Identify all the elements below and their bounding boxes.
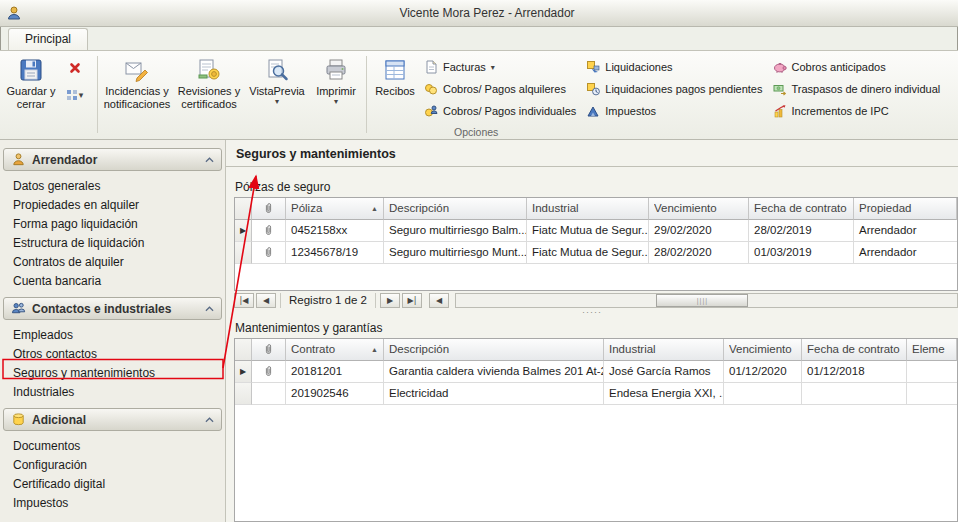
save-close-button[interactable]: Guardar y cerrar [4, 52, 58, 110]
table-row[interactable]: ▶ 0452158xx Seguro multirriesgo Balm... … [235, 220, 957, 242]
cell-poliza[interactable]: 12345678/19 [286, 242, 384, 264]
sidebar-item-estructura-de-liquidacion[interactable]: Estructura de liquidación [0, 234, 225, 253]
sidebar-item-impuestos[interactable]: Impuestos [0, 494, 225, 513]
cell-industrial[interactable]: Endesa Energia XXI, ... [604, 383, 724, 405]
scrollbar-thumb[interactable]: |||| [656, 294, 748, 307]
grid-empty-area [235, 264, 957, 290]
column-header-industrial[interactable]: Industrial [604, 339, 724, 361]
cell-poliza[interactable]: 0452158xx [286, 220, 384, 242]
imprimir-button[interactable]: Imprimir ▾ [309, 52, 363, 105]
nav-first-record-button[interactable]: |◀ [234, 293, 254, 308]
cell-descripcion[interactable]: Seguro multirriesgo Balm... [384, 220, 527, 242]
column-header-elemento[interactable]: Eleme [907, 339, 957, 361]
sidebar-item-forma-pago-liquidacion[interactable]: Forma pago liquidación [0, 215, 225, 234]
cell-descripcion[interactable]: Electricidad [384, 383, 604, 405]
incrementos-ipc-button[interactable]: Incrementos de IPC [773, 102, 941, 120]
cell-fecha-contrato[interactable]: 01/12/2018 [802, 361, 907, 383]
cell-industrial[interactable]: José García Ramos [604, 361, 724, 383]
cell-fecha-contrato[interactable]: 28/02/2019 [749, 220, 854, 242]
grid-splitter[interactable]: ····· [226, 309, 958, 318]
cell-industrial[interactable]: Fiatc Mutua de Segur... [527, 220, 649, 242]
revisiones-button[interactable]: Revisiones y certificados [173, 52, 245, 110]
nav-next-record-button[interactable]: ▶ [380, 293, 400, 308]
cell-contrato[interactable]: 201902546 [286, 383, 384, 405]
cobros-pagos-individuales-button[interactable]: Cobros/ Pagos individuales [424, 102, 576, 120]
grid-empty-area [235, 405, 957, 521]
cell-elemento[interactable] [907, 383, 957, 405]
delete-button[interactable] [60, 58, 90, 78]
grip-icon: |||| [697, 297, 708, 304]
attachment-cell[interactable] [252, 361, 286, 383]
cell-industrial[interactable]: Fiatc Mutua de Segur... [527, 242, 649, 264]
attachment-cell[interactable] [252, 220, 286, 242]
column-header-poliza[interactable]: Póliza▲ [286, 198, 384, 220]
incidencias-button[interactable]: Incidencias y notificaciones [101, 52, 173, 110]
sidebar-item-seguros-y-mantenimientos[interactable]: Seguros y mantenimientos [0, 364, 225, 383]
cell-elemento[interactable] [907, 361, 957, 383]
liquidaciones-button[interactable]: Liquidaciones [586, 58, 762, 76]
sidebar-section-adicional[interactable]: Adicional [3, 408, 222, 431]
sidebar-item-empleados[interactable]: Empleados [0, 326, 225, 345]
sidebar-item-otros-contactos[interactable]: Otros contactos [0, 345, 225, 364]
chevron-down-icon: ▾ [334, 98, 338, 105]
row-indicator [235, 242, 252, 264]
traspasos-button[interactable]: Traspasos de dinero individual [773, 80, 941, 98]
column-header-vencimiento[interactable]: Vencimiento [724, 339, 802, 361]
chevron-up-icon [205, 306, 214, 312]
app-icon [6, 5, 22, 21]
cell-propiedad[interactable]: Arrendador [854, 242, 957, 264]
column-header-vencimiento[interactable]: Vencimiento [649, 198, 749, 220]
column-header-contrato[interactable]: Contrato▲ [286, 339, 384, 361]
vistaprevia-button[interactable]: VistaPrevia ▾ [245, 52, 309, 105]
sidebar-item-datos-generales[interactable]: Datos generales [0, 177, 225, 196]
cobros-anticipados-button[interactable]: Cobros anticipados [773, 58, 941, 76]
tab-principal[interactable]: Principal [8, 28, 88, 50]
cell-fecha-contrato[interactable]: 01/03/2019 [749, 242, 854, 264]
attachment-cell[interactable] [252, 383, 286, 405]
horizontal-scrollbar[interactable]: |||| [455, 293, 958, 308]
table-row[interactable]: ▶ 20181201 Garantia caldera vivienda Bal… [235, 361, 957, 383]
column-header-fecha-contrato[interactable]: Fecha de contrato [749, 198, 854, 220]
nav-prev-record-button[interactable]: ◀ [256, 293, 276, 308]
paperclip-icon [264, 365, 273, 378]
attachment-column-header[interactable] [252, 198, 286, 220]
column-header-descripcion[interactable]: Descripción [384, 339, 604, 361]
recibos-button[interactable]: Recibos [370, 52, 420, 98]
sidebar-item-cuenta-bancaria[interactable]: Cuenta bancaria [0, 272, 225, 291]
cell-vencimiento[interactable] [724, 383, 802, 405]
column-header-fecha-contrato[interactable]: Fecha de contrato [802, 339, 907, 361]
chevron-up-icon [205, 157, 214, 163]
sidebar-section-arrendador[interactable]: Arrendador [3, 148, 222, 171]
attachment-cell[interactable] [252, 242, 286, 264]
sidebar-item-contratos-de-alquiler[interactable]: Contratos de alquiler [0, 253, 225, 272]
cell-propiedad[interactable]: Arrendador [854, 220, 957, 242]
sidebar-item-certificado-digital[interactable]: Certificado digital [0, 475, 225, 494]
column-header-industrial[interactable]: Industrial [527, 198, 649, 220]
cell-contrato[interactable]: 20181201 [286, 361, 384, 383]
liquidaciones-pendientes-button[interactable]: Liquidaciones pagos pendientes [586, 80, 762, 98]
cell-vencimiento[interactable]: 29/02/2020 [649, 220, 749, 242]
column-header-descripcion[interactable]: Descripción [384, 198, 527, 220]
sidebar-section-contactos[interactable]: Contactos e industriales [3, 297, 222, 320]
cell-descripcion[interactable]: Seguro multirriesgo Munt... [384, 242, 527, 264]
sidebar-item-documentos[interactable]: Documentos [0, 437, 225, 456]
table-row[interactable]: 12345678/19 Seguro multirriesgo Munt... … [235, 242, 957, 264]
cobros-pagos-alquileres-button[interactable]: Cobros/ Pagos alquileres [424, 80, 576, 98]
cell-fecha-contrato[interactable] [802, 383, 907, 405]
main-area: Arrendador Datos generales Propiedades e… [0, 140, 958, 522]
facturas-button[interactable]: Facturas ▾ [424, 58, 576, 76]
column-header-propiedad[interactable]: Propiedad [854, 198, 957, 220]
nav-last-record-button[interactable]: ▶| [402, 293, 422, 308]
settlement-icon [586, 60, 600, 74]
cell-vencimiento[interactable]: 01/12/2020 [724, 361, 802, 383]
sidebar-item-propiedades-en-alquiler[interactable]: Propiedades en alquiler [0, 196, 225, 215]
sidebar-item-configuracion[interactable]: Configuración [0, 456, 225, 475]
cell-descripcion[interactable]: Garantia caldera vivienda Balmes 201 At-… [384, 361, 604, 383]
layout-options-button[interactable]: ▾ [60, 85, 90, 105]
scroll-left-button[interactable]: ◀ [429, 293, 449, 308]
table-row[interactable]: 201902546 Electricidad Endesa Energia XX… [235, 383, 957, 405]
cell-vencimiento[interactable]: 28/02/2020 [649, 242, 749, 264]
sidebar-item-industriales[interactable]: Industriales [0, 383, 225, 402]
attachment-column-header[interactable] [252, 339, 286, 361]
impuestos-ribbon-button[interactable]: Impuestos [586, 102, 762, 120]
